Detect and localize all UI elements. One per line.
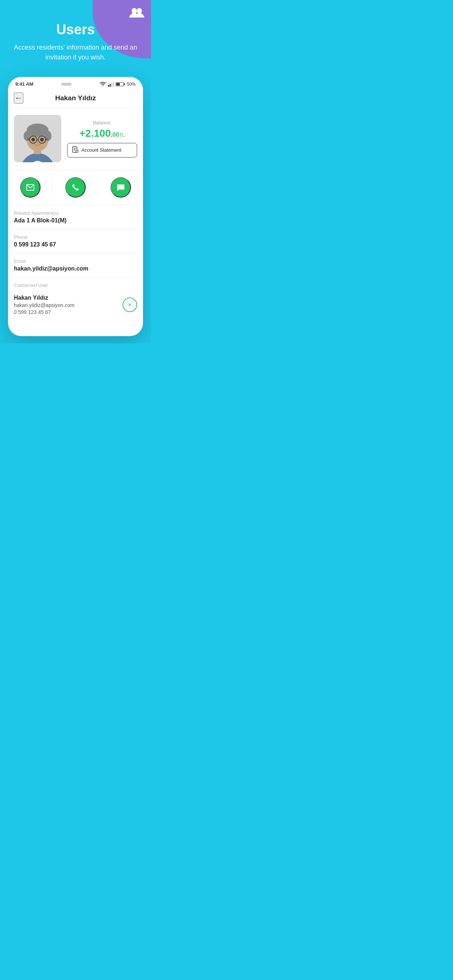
back-button[interactable]: ← xyxy=(14,92,23,103)
svg-rect-2 xyxy=(108,85,109,87)
balance-sub: ,00 xyxy=(111,132,119,138)
svg-point-30 xyxy=(77,151,77,152)
phone-value: 0 599 123 45 67 xyxy=(14,241,137,248)
balance-currency: TL xyxy=(119,132,125,138)
action-divider-1 xyxy=(53,178,53,197)
status-time: 9:41 AM xyxy=(15,81,33,87)
wifi-icon xyxy=(100,82,106,87)
profile-section: Balance: +2.100,00TL Account Sta xyxy=(8,108,143,170)
battery-icon xyxy=(116,82,125,87)
profile-info: Balance: +2.100,00TL Account Sta xyxy=(67,120,137,158)
account-statement-button[interactable]: Account Statement xyxy=(67,143,137,158)
balance-amount: +2.100,00TL xyxy=(67,127,137,139)
apartment-value: Ada 1 A Blok-01(M) xyxy=(14,217,137,224)
email-row: Email hakan.yildiz@apsiyon.com xyxy=(14,253,137,277)
svg-rect-8 xyxy=(116,83,120,85)
chat-icon xyxy=(117,183,125,191)
action-row xyxy=(8,170,143,205)
battery-percent: 50% xyxy=(127,82,136,87)
apartment-label: Related Apartment(s) xyxy=(14,210,137,216)
svg-rect-5 xyxy=(113,82,114,87)
connected-user-name: Hakan Yıldız xyxy=(14,294,74,301)
svg-rect-3 xyxy=(109,84,110,87)
connected-user-row: Hakan Yıldız hakan.yildiz@apsiyon.com 0 … xyxy=(14,290,137,320)
phone-button[interactable] xyxy=(65,177,86,197)
nav-title: Hakan Yıldız xyxy=(55,94,96,102)
apartment-row: Related Apartment(s) Ada 1 A Blok-01(M) xyxy=(14,205,137,229)
action-divider-2 xyxy=(98,178,99,197)
signal-icon xyxy=(108,82,114,87)
statement-icon xyxy=(72,146,78,154)
phone-row: Phone 0 599 123 45 67 xyxy=(14,229,137,253)
chat-button[interactable] xyxy=(110,177,131,197)
connected-user-phone: 0 599 123 45 67 xyxy=(14,309,74,315)
connected-user-info: Hakan Yıldız hakan.yildiz@apsiyon.com 0 … xyxy=(14,294,74,315)
email-icon xyxy=(26,183,35,192)
info-section: Related Apartment(s) Ada 1 A Blok-01(M) … xyxy=(8,205,143,325)
page-title: Users xyxy=(7,22,144,38)
balance-label: Balance: xyxy=(67,120,137,126)
page-subtitle: Access residents' information and send a… xyxy=(7,43,144,62)
header-section: Users Access residents' information and … xyxy=(0,0,151,73)
nav-bar: ← Hakan Yıldız xyxy=(8,90,143,108)
status-bar: 9:41 AM 50% xyxy=(8,77,143,90)
svg-point-1 xyxy=(137,8,142,14)
phone-label: Phone xyxy=(14,234,137,240)
email-value: hakan.yildiz@apsiyon.com xyxy=(14,266,137,272)
email-label: Email xyxy=(14,258,137,264)
notch xyxy=(61,83,72,86)
svg-point-0 xyxy=(132,8,137,14)
svg-point-23 xyxy=(40,138,44,142)
svg-point-22 xyxy=(31,138,35,142)
avatar xyxy=(14,115,61,162)
remove-icon: × xyxy=(128,301,132,309)
email-button[interactable] xyxy=(20,177,40,197)
phone-icon xyxy=(72,183,80,191)
users-icon xyxy=(129,6,144,21)
avatar-image xyxy=(14,115,61,162)
remove-connected-user-button[interactable]: × xyxy=(123,298,137,312)
connected-user-label: Connected User xyxy=(14,283,137,288)
connected-user-section: Connected User Hakan Yıldız hakan.yildiz… xyxy=(14,277,137,325)
status-icons: 50% xyxy=(100,82,136,87)
account-statement-label: Account Statement xyxy=(81,147,121,153)
svg-rect-4 xyxy=(111,83,112,87)
connected-user-email: hakan.yildiz@apsiyon.com xyxy=(14,302,74,308)
balance-main: +2.100 xyxy=(79,127,110,139)
phone-mockup: 9:41 AM 50% xyxy=(8,77,143,336)
svg-rect-7 xyxy=(124,83,125,85)
